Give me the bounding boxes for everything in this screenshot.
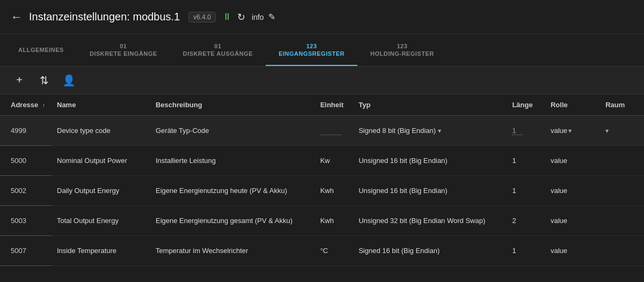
cell-name[interactable]: Nominal Output Power — [52, 146, 150, 176]
cell-beschreibung: Temperatur im Wechselrichter — [150, 236, 315, 266]
col-header-name: Name — [52, 94, 150, 116]
cell-rolle[interactable]: value ▾ — [545, 116, 600, 146]
cell-adresse: 5007 — [0, 236, 52, 266]
chevron-down-icon: ▾ — [568, 127, 572, 135]
cell-adresse: 5000 — [0, 146, 52, 176]
table-row: 4999Device type codeGeräte Typ-Code Sign… — [0, 116, 644, 146]
pause-icon[interactable]: ⏸ — [222, 11, 232, 23]
info-link[interactable]: info — [252, 13, 264, 21]
person-button[interactable]: 👤 — [60, 72, 77, 89]
cell-einheit: °C — [315, 236, 354, 266]
cell-beschreibung: Geräte Typ-Code — [150, 116, 315, 146]
cell-laenge: 2 — [507, 206, 545, 236]
chevron-down-icon[interactable]: ▾ — [605, 127, 609, 135]
cell-typ[interactable]: Signed 8 bit (Big Endian) ▾ — [353, 116, 507, 146]
refresh-icon[interactable]: ↻ — [237, 11, 245, 23]
cell-name[interactable]: Inside Temperature — [52, 236, 150, 266]
cell-rolle: value — [545, 146, 600, 176]
cell-rolle: value — [545, 236, 600, 266]
edit-icon[interactable]: ✎ — [268, 12, 275, 22]
table-row: 5003Total Output EnergyEigene Energienut… — [0, 206, 644, 236]
cell-typ: Unsigned 16 bit (Big Endian) — [353, 176, 507, 206]
cell-einheit: Kw — [315, 146, 354, 176]
cell-einheit — [315, 116, 354, 146]
chevron-down-icon: ▾ — [438, 127, 441, 135]
cell-raum — [600, 236, 644, 266]
laenge-value: 1 — [512, 127, 523, 135]
back-button[interactable]: ← — [11, 10, 23, 24]
tab-bar: ALLGEMEINES 01 DISKRETE EINGÄNGE 01 DISK… — [0, 34, 644, 66]
cell-raum[interactable]: ▾ — [600, 116, 644, 146]
sort-icon: ↑ — [42, 102, 45, 108]
cell-name[interactable]: Total Output Energy — [52, 206, 150, 236]
header: ← Instanzeinstellungen: modbus.1 v6.4.0 … — [0, 0, 644, 34]
rolle-dropdown[interactable]: value ▾ — [551, 127, 595, 135]
table-row: 5007Inside TemperatureTemperatur im Wech… — [0, 236, 644, 266]
cell-raum — [600, 206, 644, 236]
add-button[interactable]: + — [11, 72, 28, 89]
tab-diskrete-ausgaenge[interactable]: 01 DISKRETE AUSGÄNGE — [170, 34, 266, 66]
col-header-typ: Typ — [353, 94, 507, 116]
tab-allgemeines[interactable]: ALLGEMEINES — [5, 34, 77, 66]
tab-diskrete-eingaenge[interactable]: 01 DISKRETE EINGÄNGE — [77, 34, 170, 66]
typ-dropdown[interactable]: Signed 8 bit (Big Endian) ▾ — [358, 127, 501, 135]
cell-laenge: 1 — [507, 146, 545, 176]
col-header-raum: Raum — [600, 94, 644, 116]
col-header-laenge: Länge — [507, 94, 545, 116]
table-header-row: Adresse ↑ Name Beschreibung Einheit Typ … — [0, 94, 644, 116]
tab-eingangsregister[interactable]: 123 EINGANGSREGISTER — [266, 34, 357, 66]
cell-typ: Signed 16 bit (Big Endian) — [353, 236, 507, 266]
cell-laenge: 1 — [507, 116, 545, 146]
cell-raum — [600, 146, 644, 176]
cell-einheit: Kwh — [315, 176, 354, 206]
sort-button[interactable]: ⇅ — [35, 72, 53, 89]
cell-adresse: 5003 — [0, 206, 52, 236]
col-header-rolle: Rolle — [545, 94, 600, 116]
cell-beschreibung: Eigene Energienutzung gesamt (PV & Akku) — [150, 206, 315, 236]
cell-laenge: 1 — [507, 236, 545, 266]
cell-name[interactable]: Daily Output Energy — [52, 176, 150, 206]
cell-rolle: value — [545, 206, 600, 236]
table-row: 5000Nominal Output PowerInstallierte Lei… — [0, 146, 644, 176]
cell-adresse: 5002 — [0, 176, 52, 206]
cell-laenge: 1 — [507, 176, 545, 206]
version-badge: v6.4.0 — [188, 12, 216, 23]
tab-holding-register[interactable]: 123 HOLDING-REGISTER — [357, 34, 447, 66]
cell-name[interactable]: Device type code — [52, 116, 150, 146]
cell-adresse: 4999 — [0, 116, 52, 146]
col-header-adresse[interactable]: Adresse ↑ — [0, 94, 52, 116]
cell-raum — [600, 176, 644, 206]
toolbar: + ⇅ 👤 — [0, 66, 644, 94]
col-header-einheit: Einheit — [315, 94, 354, 116]
cell-beschreibung: Installierte Leistung — [150, 146, 315, 176]
col-header-beschreibung: Beschreibung — [150, 94, 315, 116]
cell-beschreibung: Eigene Energienutzung heute (PV & Akku) — [150, 176, 315, 206]
cell-typ: Unsigned 32 bit (Big Endian Word Swap) — [353, 206, 507, 236]
cell-einheit: Kwh — [315, 206, 354, 236]
page-title: Instanzeinstellungen: modbus.1 — [29, 11, 180, 23]
data-table: Adresse ↑ Name Beschreibung Einheit Typ … — [0, 94, 644, 266]
table-container: Adresse ↑ Name Beschreibung Einheit Typ … — [0, 94, 644, 282]
cell-typ: Unsigned 16 bit (Big Endian) — [353, 146, 507, 176]
cell-rolle: value — [545, 176, 600, 206]
table-row: 5002Daily Output EnergyEigene Energienut… — [0, 176, 644, 206]
